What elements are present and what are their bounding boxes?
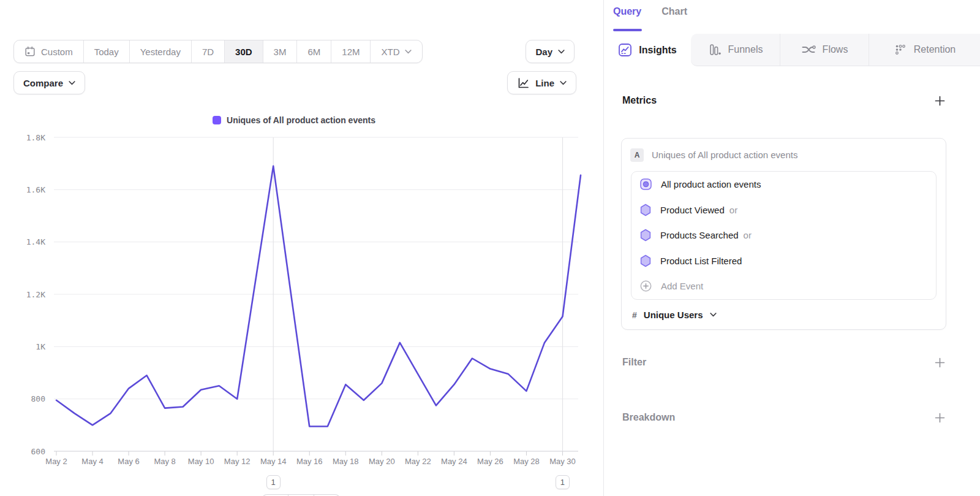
report-type-tabs: InsightsFunnelsFlowsRetention	[604, 34, 980, 66]
chevron-down-icon	[558, 50, 565, 54]
range-30d[interactable]: 30D	[224, 40, 263, 63]
tab-funnels[interactable]: Funnels	[691, 34, 780, 66]
event-name: Product Viewed	[660, 205, 725, 215]
y-tick-label: 1.8K	[26, 133, 45, 142]
x-tick-label: May 2	[45, 457, 67, 466]
range-3m[interactable]: 3M	[263, 40, 297, 63]
tab-retention[interactable]: Retention	[869, 34, 980, 66]
range-custom[interactable]: Custom	[14, 40, 83, 63]
range-7d[interactable]: 7D	[191, 40, 224, 63]
y-tick-label: 1.6K	[26, 185, 45, 194]
add-event-button[interactable]: Add Event	[631, 273, 936, 299]
legend-swatch	[213, 116, 221, 124]
event-row[interactable]: All product action events	[631, 172, 936, 197]
tab-label: Retention	[914, 44, 956, 55]
funnels-icon	[708, 43, 722, 56]
range-label: Yesterday	[140, 47, 181, 57]
calendar-icon	[24, 46, 36, 57]
range-6m[interactable]: 6M	[296, 40, 331, 63]
y-tick-label: 1.2K	[26, 290, 45, 299]
range-label: 30D	[235, 47, 252, 57]
y-tick-label: 800	[31, 394, 45, 403]
range-label: 7D	[202, 47, 214, 57]
compare-button[interactable]: Compare	[13, 71, 85, 94]
chart-legend[interactable]: Uniques of All product action events	[0, 115, 588, 125]
event-name: Add Event	[661, 281, 703, 291]
chevron-down-icon	[69, 81, 75, 85]
breakdown-heading: Breakdown	[622, 412, 675, 423]
gridlines	[54, 137, 578, 451]
tab-insights[interactable]: Insights	[604, 34, 691, 66]
range-label: 12M	[342, 47, 360, 57]
tab-label: Funnels	[728, 44, 763, 55]
metric-header[interactable]: A Uniques of All product action events	[622, 139, 946, 171]
tab-label: Insights	[639, 45, 676, 56]
tab-flows[interactable]: Flows	[780, 34, 869, 66]
chevron-down-icon	[710, 313, 717, 317]
x-tick-label: May 14	[260, 457, 287, 466]
custom-event-icon	[639, 178, 652, 191]
hexagon-event-icon	[639, 204, 652, 216]
line-chart: 6008001K1.2K1.4K1.6K1.8KMay 2May 4May 6M…	[0, 129, 588, 496]
tab-chart[interactable]: Chart	[662, 6, 687, 17]
range-xtd[interactable]: XTD	[370, 40, 422, 63]
measurement-label: Unique Users	[644, 310, 703, 320]
x-tick-label: May 30	[549, 457, 576, 466]
range-12m[interactable]: 12M	[331, 40, 370, 63]
add-event-icon	[639, 280, 652, 292]
add-filter-button[interactable]	[933, 356, 946, 368]
add-breakdown-button[interactable]	[933, 411, 946, 424]
hexagon-event-icon	[639, 254, 652, 267]
flows-icon	[801, 43, 816, 56]
date-range-group: CustomTodayYesterday7D30D3M6M12MXTD	[13, 40, 423, 63]
range-yesterday[interactable]: Yesterday	[129, 40, 191, 63]
event-row[interactable]: Product Viewedor	[631, 197, 936, 223]
granularity-button[interactable]: Day	[526, 40, 575, 63]
axes	[54, 451, 578, 456]
range-label: Custom	[41, 47, 73, 57]
event-name: Product List Filtered	[660, 256, 742, 266]
x-tick-label: May 20	[369, 457, 395, 466]
legend-label: Uniques of All product action events	[227, 115, 375, 125]
event-row[interactable]: Products Searchedor	[631, 223, 936, 248]
chevron-down-icon	[405, 50, 412, 54]
tab-query[interactable]: Query	[613, 6, 641, 17]
x-tick-label: May 10	[188, 457, 214, 466]
x-tick-label: May 26	[477, 457, 503, 466]
range-label: XTD	[381, 47, 399, 57]
event-row[interactable]: Product List Filtered	[631, 248, 936, 274]
measurement-selector[interactable]: # Unique Users	[622, 300, 946, 330]
range-label: Today	[94, 47, 119, 57]
line-chart-icon	[517, 77, 530, 90]
range-label: 3M	[274, 47, 287, 57]
x-tick-label: May 18	[333, 457, 359, 466]
chart-type-button[interactable]: Line	[507, 71, 576, 94]
range-today[interactable]: Today	[83, 40, 129, 63]
hexagon-event-icon	[639, 229, 652, 242]
x-tick-label: May 4	[81, 457, 103, 466]
chart-type-label: Line	[535, 78, 554, 88]
metric-title: Uniques of All product action events	[652, 150, 797, 160]
x-tick-label: May 28	[513, 457, 540, 466]
y-tick-label: 1.4K	[26, 237, 45, 246]
series-line	[56, 166, 581, 427]
metrics-heading: Metrics	[622, 95, 657, 106]
axis-labels: 6008001K1.2K1.4K1.6K1.8KMay 2May 4May 6M…	[26, 133, 576, 467]
annotation-badge[interactable]: 1	[556, 475, 570, 489]
granularity-label: Day	[535, 47, 552, 57]
add-metric-button[interactable]	[933, 94, 946, 107]
event-operator: or	[744, 230, 752, 240]
tab-label: Flows	[823, 44, 848, 55]
event-name: All product action events	[661, 179, 761, 189]
annotation-badge[interactable]: 1	[266, 475, 281, 489]
compare-label: Compare	[23, 78, 63, 88]
metric-letter-badge: A	[630, 148, 644, 162]
chart-pane: CustomTodayYesterday7D30D3M6M12MXTD Day …	[0, 0, 603, 496]
panel-top-tabs: Query Chart	[613, 6, 687, 17]
retention-icon	[894, 43, 907, 56]
event-list: All product action eventsProduct Viewedo…	[631, 171, 937, 300]
query-panel: Query Chart InsightsFunnelsFlowsRetentio…	[604, 0, 980, 496]
x-tick-label: May 6	[118, 457, 139, 466]
x-tick-label: May 24	[441, 457, 467, 466]
active-tab-underline	[613, 29, 642, 31]
